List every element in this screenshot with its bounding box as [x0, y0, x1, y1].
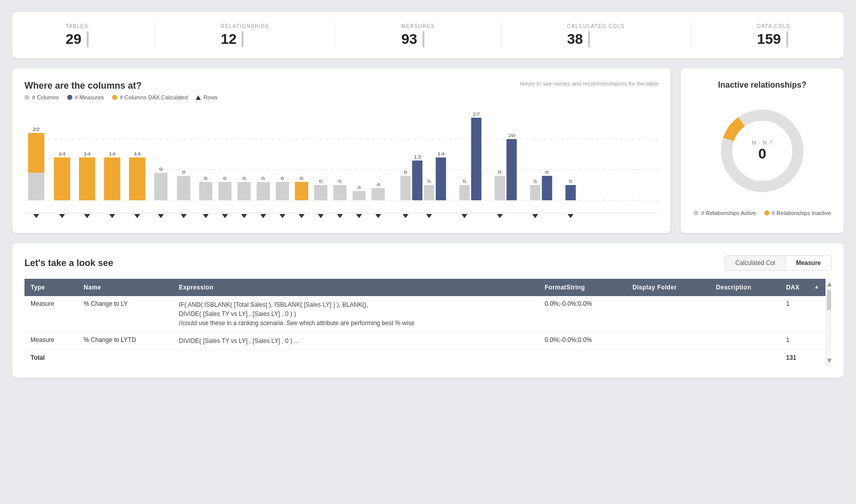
svg-rect-62	[412, 161, 422, 200]
legend-columns-label: # Columns	[32, 94, 59, 100]
stat-label: RELATIONSHIPS	[221, 23, 269, 29]
legend-inactive-label: # Relationships Inactive	[772, 210, 831, 216]
svg-rect-55	[353, 191, 366, 200]
scroll-up-icon[interactable]: ▲	[826, 279, 832, 289]
svg-text:6: 6	[261, 176, 265, 181]
toggle-calculated-btn[interactable]: Calculated Col	[725, 256, 786, 270]
cell-expression: DIVIDE( [Sales TY vs LY] , [Sales LY] , …	[173, 332, 539, 350]
cell-description	[710, 332, 780, 350]
svg-rect-39	[257, 182, 270, 200]
stat-value: 38	[567, 31, 583, 47]
stat-label: DATA COLS	[757, 23, 790, 29]
donut-chart: M - M ? 0	[711, 100, 813, 202]
svg-text:9: 9	[159, 167, 163, 172]
cell-formatstring: 0.0%;-0.0%;0.0%	[539, 296, 626, 332]
scroll-thumb[interactable]	[827, 290, 831, 310]
svg-text:5: 5	[338, 179, 341, 184]
toggle-buttons: Calculated Col Measure	[725, 255, 832, 271]
cell-name: % Change to LY	[77, 296, 173, 332]
stat-divider	[501, 22, 501, 48]
sort-dax-icon: ▲	[814, 284, 819, 289]
cell-displayfolder	[626, 332, 710, 350]
svg-text:5: 5	[319, 179, 323, 184]
svg-marker-70	[426, 214, 432, 218]
table-header: Type Name Expression FormatString Displa…	[24, 279, 825, 296]
svg-rect-86	[566, 185, 576, 200]
svg-text:14: 14	[133, 151, 141, 156]
donut-center: M - M ? 0	[752, 140, 773, 162]
stat-item-calculatedcols: CALCULATED COLS 38	[567, 23, 625, 47]
table-section-title: Let's take a look see	[24, 258, 113, 269]
col-displayfolder[interactable]: Display Folder	[626, 279, 710, 296]
scroll-down-icon[interactable]: ▼	[826, 355, 832, 365]
svg-marker-32	[203, 214, 209, 218]
svg-marker-15	[84, 214, 90, 218]
svg-marker-11	[59, 214, 65, 218]
svg-marker-41	[260, 214, 266, 218]
svg-rect-33	[218, 182, 231, 200]
table-row: Measure % Change to LYTD DIVIDE( [Sales …	[24, 332, 825, 350]
chart-card: Where are the columns at? Hover to see n…	[12, 68, 671, 233]
svg-marker-26	[158, 214, 164, 218]
stat-item-relationships: RELATIONSHIPS 12	[221, 23, 269, 47]
svg-rect-61	[400, 176, 411, 200]
middle-row: Where are the columns at? Hover to see n…	[12, 68, 844, 233]
svg-text:5: 5	[533, 179, 537, 184]
svg-rect-17	[104, 157, 120, 200]
scrollbar[interactable]: ▲ ▼	[825, 279, 832, 365]
cell-description	[710, 296, 780, 332]
svg-text:5: 5	[569, 179, 572, 184]
col-type[interactable]: Type	[24, 279, 77, 296]
svg-text:13: 13	[414, 154, 421, 160]
svg-rect-58	[371, 188, 385, 200]
col-dax[interactable]: DAX ▲	[780, 279, 825, 296]
svg-text:6: 6	[300, 176, 303, 181]
svg-rect-66	[424, 185, 434, 200]
stat-bar	[786, 31, 788, 47]
cell-formatstring: 0.0%;-0.0%;0.0%	[539, 332, 626, 350]
svg-rect-24	[154, 173, 168, 200]
legend-dax-label: # Columns DAX Calculated	[120, 94, 188, 100]
stat-divider	[691, 22, 691, 48]
svg-text:5: 5	[463, 179, 466, 184]
svg-text:4: 4	[377, 182, 380, 187]
stats-card: const statsData = JSON.parse(document.ge…	[12, 12, 844, 58]
svg-marker-88	[568, 214, 574, 218]
col-expression[interactable]: Expression	[173, 279, 539, 296]
stat-value: 93	[402, 31, 417, 47]
stat-item-measures: MEASURES 93	[402, 23, 435, 47]
scroll-track	[826, 289, 832, 355]
svg-text:14: 14	[84, 151, 91, 156]
svg-rect-52	[333, 185, 346, 200]
stat-item-tables: TABLES 29	[66, 23, 89, 47]
stat-label: CALCULATED COLS	[567, 23, 625, 29]
svg-rect-76	[495, 176, 505, 200]
stat-divider	[335, 22, 335, 48]
svg-rect-77	[506, 139, 517, 200]
cell-type: Measure	[24, 296, 77, 332]
stat-bar	[588, 31, 590, 47]
svg-marker-29	[181, 214, 187, 218]
svg-text:8: 8	[498, 170, 501, 175]
col-formatstring[interactable]: FormatString	[539, 279, 626, 296]
cell-dax: 1	[780, 332, 825, 350]
svg-text:20: 20	[508, 133, 515, 138]
svg-text:6: 6	[242, 176, 246, 181]
col-name[interactable]: Name	[77, 279, 173, 296]
svg-rect-4	[28, 133, 44, 173]
svg-marker-54	[337, 214, 343, 218]
svg-text:14: 14	[109, 151, 116, 156]
stat-divider	[154, 22, 155, 48]
cell-name: % Change to LYTD	[77, 332, 173, 350]
svg-text:13: 13	[33, 126, 40, 131]
stat-value: 29	[66, 31, 82, 47]
cell-type: Measure	[24, 332, 77, 350]
col-description[interactable]: Description	[710, 279, 780, 296]
toggle-measure-btn[interactable]: Measure	[786, 256, 831, 270]
legend-measures-label: # Measures	[75, 94, 104, 100]
legend-rows: Rows	[196, 94, 218, 100]
stat-bar	[87, 31, 89, 47]
legend-active-label: # Relationships Active	[701, 210, 756, 216]
svg-marker-35	[222, 214, 228, 218]
svg-text:3: 3	[357, 185, 361, 190]
